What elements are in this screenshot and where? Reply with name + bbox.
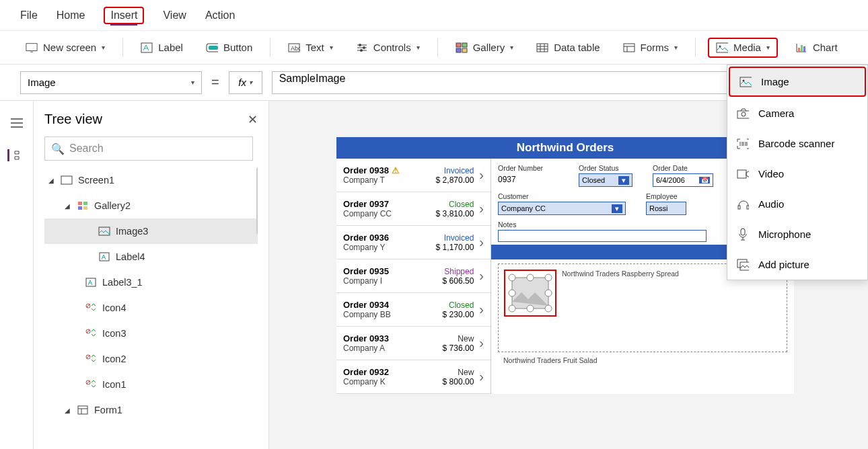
notes-input[interactable] (498, 230, 707, 242)
chevron-right-icon: › (479, 235, 484, 250)
order-row[interactable]: Order 0934Company BBClosed$ 230.00› (336, 293, 491, 327)
new-screen-label: New screen (43, 42, 96, 53)
label-icon (141, 42, 153, 54)
menu-insert[interactable]: Insert (110, 7, 137, 26)
svg-rect-19 (801, 45, 803, 52)
scrollbar[interactable] (256, 167, 258, 235)
svg-text:Abc: Abc (291, 45, 300, 52)
svg-line-32 (87, 330, 89, 333)
collapse-icon[interactable]: ◢ (48, 177, 55, 184)
controls-button[interactable]: Controls▾ (351, 38, 425, 58)
data-table-button[interactable]: Data table (531, 38, 605, 58)
fx-button[interactable]: fx▾ (229, 71, 262, 94)
tree-label: Icon4 (102, 302, 126, 313)
order-list[interactable]: Order 0938 ⚠Company TInvoiced$ 2,870.00›… (336, 159, 491, 394)
order-row[interactable]: Order 0936Company YInvoiced$ 1,170.00› (336, 226, 491, 259)
new-screen-button[interactable]: New screen▾ (20, 38, 110, 58)
calendar-icon[interactable]: 📅 (699, 177, 710, 183)
controls-icon (356, 42, 368, 54)
media-item-image[interactable]: Image (729, 67, 866, 97)
media-item-add-picture[interactable]: Add picture (727, 249, 867, 280)
svg-rect-15 (624, 44, 635, 52)
media-item-barcode[interactable]: Barcode scanner (727, 128, 867, 159)
tree-node-label3-1[interactable]: Label3_1 (44, 270, 258, 295)
forms-label: Forms (641, 42, 670, 53)
chevron-down-icon: ▾ (191, 79, 194, 86)
tree-node-icon2[interactable]: Icon2 (44, 346, 258, 372)
svg-rect-22 (78, 202, 82, 205)
order-status-select[interactable]: Closed▾ (579, 173, 632, 187)
order-row[interactable]: Order 0937Company CCClosed$ 3,810.00› (336, 192, 491, 226)
property-selector[interactable]: Image ▾ (20, 71, 202, 94)
svg-line-30 (87, 304, 89, 307)
svg-rect-14 (537, 44, 548, 52)
forms-button[interactable]: Forms▾ (618, 38, 684, 58)
hamburger-icon[interactable] (11, 117, 23, 129)
collapse-icon[interactable]: ◢ (65, 407, 71, 414)
chevron-down-icon: ▾ (674, 44, 678, 51)
image-icon (739, 76, 752, 88)
tree-node-icon3[interactable]: Icon3 (44, 321, 258, 346)
svg-rect-25 (83, 206, 87, 210)
tree-node-image3[interactable]: Image3 (44, 218, 258, 244)
tree-search-input[interactable]: 🔍 Search (44, 136, 253, 161)
media-item-video[interactable]: Video (727, 159, 867, 189)
close-icon[interactable]: ✕ (248, 112, 258, 127)
media-item-audio[interactable]: Audio (727, 189, 867, 219)
menu-insert-highlight: Insert (104, 7, 144, 24)
order-row[interactable]: Order 0933Company ANew$ 736.00› (336, 327, 491, 360)
chart-button[interactable]: Chart (790, 38, 843, 58)
chevron-right-icon: › (479, 167, 484, 183)
menu-home[interactable]: Home (57, 7, 85, 24)
text-button[interactable]: Abc Text▾ (283, 38, 338, 58)
image-control-selected[interactable] (504, 270, 556, 317)
data-table-icon (536, 42, 548, 54)
tree-node-form1[interactable]: ◢Form1 (44, 397, 258, 423)
button-button[interactable]: Button (201, 38, 258, 58)
menu-action[interactable]: Action (205, 7, 235, 24)
media-label: Add picture (758, 259, 809, 270)
tree-view-icon[interactable] (7, 149, 20, 161)
svg-rect-20 (803, 46, 805, 52)
search-placeholder: Search (69, 142, 104, 155)
tree-node-icon1[interactable]: Icon1 (44, 372, 258, 397)
tree-node-label4[interactable]: Label4 (44, 244, 258, 270)
svg-point-7 (359, 44, 361, 46)
svg-rect-52 (738, 206, 740, 209)
media-label: Video (758, 168, 784, 179)
svg-rect-4 (209, 46, 218, 50)
label-button[interactable]: Label (135, 38, 188, 58)
chevron-right-icon: › (479, 201, 484, 216)
customer-select[interactable]: Company CC▾ (498, 202, 626, 215)
menu-view[interactable]: View (163, 7, 186, 24)
collapse-icon[interactable]: ◢ (65, 202, 71, 210)
app-header: Northwind Orders 🗑 (336, 137, 794, 159)
svg-rect-12 (456, 48, 461, 52)
order-row[interactable]: Order 0935Company IShipped$ 606.50› (336, 259, 491, 293)
label-icon (98, 251, 110, 263)
form-icon (77, 404, 89, 416)
media-item-microphone[interactable]: Microphone (727, 219, 867, 249)
order-date-input[interactable]: 6/4/2006📅 (653, 173, 713, 187)
gallery-button[interactable]: Gallery▾ (450, 38, 519, 58)
order-row[interactable]: Order 0938 ⚠Company TInvoiced$ 2,870.00› (336, 159, 491, 192)
svg-rect-11 (462, 43, 467, 47)
tree-node-gallery2[interactable]: ◢Gallery2 (44, 193, 258, 218)
screen-icon (26, 42, 38, 54)
menu-file[interactable]: File (20, 7, 38, 24)
order-row[interactable]: Order 0932Company KNew$ 800.00› (336, 360, 491, 394)
order-status-value: Closed (582, 176, 605, 184)
tree-title: Tree view (44, 112, 102, 127)
svg-rect-0 (26, 43, 37, 50)
tree-node-screen1[interactable]: ◢Screen1 (44, 167, 258, 193)
chevron-right-icon: › (479, 268, 484, 284)
tree-node-icon4[interactable]: Icon4 (44, 295, 258, 321)
button-label: Button (223, 42, 252, 53)
media-button[interactable]: Media▾ (716, 42, 770, 54)
app-body: Order 0938 ⚠Company TInvoiced$ 2,870.00›… (336, 159, 794, 394)
media-dropdown: Image Camera Barcode scanner Video Audio… (727, 65, 868, 280)
separator (695, 38, 696, 57)
media-item-camera[interactable]: Camera (727, 98, 867, 128)
icon-control-icon (85, 378, 97, 391)
employee-input[interactable]: Rossi (646, 202, 686, 215)
